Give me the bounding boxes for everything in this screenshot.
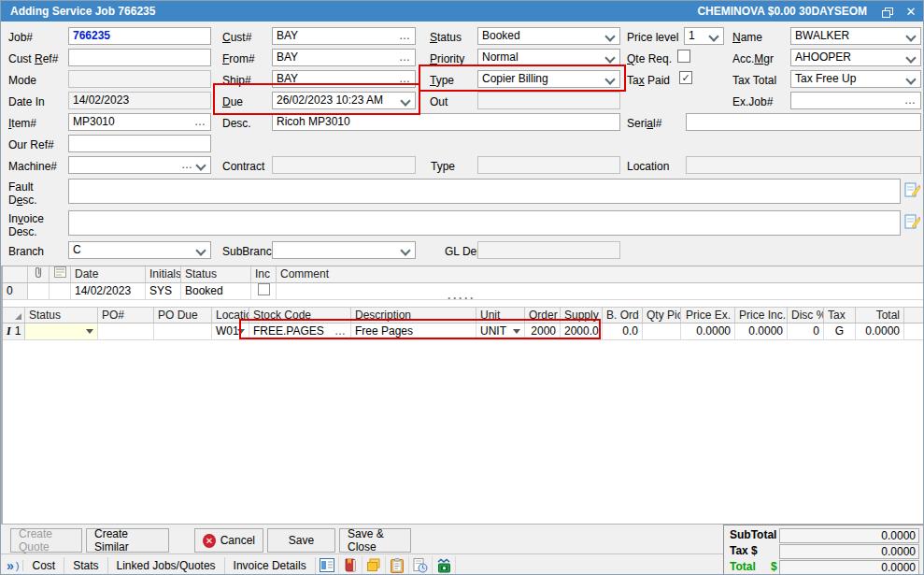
restore-window-button[interactable]	[874, 1, 899, 22]
items-col-po[interactable]: PO#	[98, 308, 154, 323]
branch-select[interactable]: C	[68, 241, 211, 259]
acc-mgr-select[interactable]: AHOOPER	[790, 49, 921, 66]
history-col-initials[interactable]: Initials	[146, 266, 181, 283]
cust-field[interactable]: BAY…	[272, 27, 416, 45]
history-icon[interactable]	[409, 556, 433, 575]
stock-code-lookup-icon[interactable]: …	[334, 323, 347, 338]
tab-grip-icon[interactable]: )	[16, 560, 24, 571]
our-ref-field[interactable]	[68, 135, 211, 152]
history-inc-cell[interactable]	[251, 283, 277, 300]
history-col-status[interactable]: Status	[181, 266, 251, 283]
items-col-supply[interactable]: Supply	[561, 308, 603, 323]
history-comment-cell[interactable]	[277, 283, 924, 300]
item-qty-pick-cell[interactable]	[643, 323, 681, 340]
item-stock-code-cell[interactable]: FREE.PAGES…	[249, 323, 351, 340]
job-number-field[interactable]: 766235	[68, 27, 211, 45]
item-location-cell[interactable]: W01	[212, 323, 249, 340]
item-lookup-icon[interactable]: …	[194, 114, 206, 130]
save-close-button[interactable]: Save & Close	[339, 528, 411, 553]
clipboard-icon[interactable]	[386, 556, 409, 575]
price-level-select[interactable]: 1	[684, 27, 724, 45]
serial-field[interactable]	[686, 113, 921, 131]
desc-field[interactable]: Ricoh MP3010	[272, 113, 620, 131]
items-col-unit[interactable]: Unit	[476, 308, 525, 323]
due-select[interactable]: 26/02/2023 10:23 AM	[272, 92, 416, 109]
splitter-handle[interactable]: ·····	[448, 292, 476, 305]
machine-field[interactable]: …	[68, 156, 211, 174]
items-col-price-inc[interactable]: Price Inc.	[735, 308, 788, 323]
name-select[interactable]: BWALKER	[790, 27, 921, 45]
tab-linked-jobs-quotes[interactable]: Linked Jobs/Quotes	[108, 557, 225, 574]
create-similar-button[interactable]: Create Similar	[86, 528, 169, 553]
history-col-date[interactable]: Date	[71, 266, 146, 283]
history-status-cell[interactable]: Booked	[181, 283, 251, 300]
machine-dropdown-icon[interactable]	[195, 160, 206, 170]
invoice-desc-textarea[interactable]	[68, 210, 901, 236]
items-col-location[interactable]: Location	[212, 308, 249, 323]
from-lookup-icon[interactable]: …	[399, 50, 411, 65]
item-po-due-cell[interactable]	[154, 323, 212, 340]
select-all-corner[interactable]	[3, 308, 25, 323]
items-col-tax[interactable]: Tax	[824, 308, 856, 323]
history-initials-cell[interactable]: SYS	[146, 283, 181, 300]
item-unit-cell[interactable]: UNIT	[476, 323, 525, 340]
item-disc-cell[interactable]: 0	[788, 323, 824, 340]
items-col-qty-pick[interactable]: Qty Pick	[643, 308, 681, 323]
priority-select[interactable]: Normal	[477, 49, 620, 66]
history-col-comment[interactable]: Comment	[277, 266, 924, 283]
save-button[interactable]: Save	[267, 528, 335, 553]
items-col-b-ord[interactable]: B. Ord	[603, 308, 643, 323]
report-icon[interactable]	[316, 556, 339, 575]
ex-job-lookup-icon[interactable]: …	[904, 93, 917, 108]
status-select[interactable]: Booked	[477, 27, 620, 45]
item-field[interactable]: MP3010…	[68, 113, 211, 131]
item-order-cell[interactable]: 2000	[525, 323, 561, 340]
cust-lookup-icon[interactable]: …	[399, 28, 411, 44]
tax-paid-checkbox[interactable]: ✓	[679, 71, 692, 84]
from-field[interactable]: BAY…	[272, 49, 416, 66]
item-b-ord-cell[interactable]: 0.0	[603, 323, 643, 340]
fault-desc-textarea[interactable]	[68, 179, 901, 204]
tab-invoice-details[interactable]: Invoice Details	[225, 557, 316, 574]
item-description-cell[interactable]: Free Pages	[351, 323, 476, 340]
items-col-stock-code[interactable]: Stock Code	[249, 308, 351, 323]
ship-field[interactable]: BAY…	[272, 70, 416, 88]
items-col-price-ex[interactable]: Price Ex.	[681, 308, 735, 323]
items-col-description[interactable]: Description	[351, 308, 476, 323]
items-col-po-due[interactable]: PO Due	[154, 308, 212, 323]
item-total-cell[interactable]: 0.0000	[856, 323, 904, 340]
cash-register-icon[interactable]	[433, 556, 456, 575]
item-status-cell[interactable]	[25, 323, 98, 340]
type-select[interactable]: Copier Billing	[477, 70, 620, 88]
item-po-cell[interactable]	[98, 323, 154, 340]
tax-total-select[interactable]: Tax Free Up	[790, 70, 921, 88]
item-supply-cell[interactable]: 2000.0	[561, 323, 603, 340]
items-col-order[interactable]: Order	[525, 308, 561, 323]
items-col-disc[interactable]: Disc %	[788, 308, 824, 323]
cust-ref-field[interactable]	[68, 49, 211, 66]
inc-checkbox[interactable]	[258, 283, 270, 295]
invoice-desc-edit-icon[interactable]	[904, 214, 920, 233]
item-price-inc-cell[interactable]: 0.0000	[735, 323, 788, 340]
tab-stats[interactable]: Stats	[64, 557, 107, 574]
machine-lookup-icon[interactable]: …	[181, 157, 193, 173]
qte-req-checkbox[interactable]	[677, 50, 690, 63]
item-tax-cell[interactable]: G	[824, 323, 856, 340]
create-quote-button[interactable]: Create Quote	[10, 528, 82, 553]
cancel-button[interactable]: ✕Cancel	[194, 528, 263, 553]
history-date-cell[interactable]: 14/02/2023	[71, 283, 146, 300]
item-price-ex-cell[interactable]: 0.0000	[681, 323, 735, 340]
close-button[interactable]: ✕	[899, 1, 923, 22]
history-col-inc[interactable]: Inc	[251, 266, 277, 283]
items-col-status[interactable]: Status	[25, 308, 98, 323]
ship-lookup-icon[interactable]: …	[399, 71, 411, 87]
copy-documents-icon[interactable]	[362, 556, 386, 575]
items-col-total[interactable]: Total	[856, 308, 904, 323]
subbranch-select[interactable]	[272, 241, 416, 259]
expand-tabs-icon[interactable]: »	[1, 558, 16, 573]
tab-cost[interactable]: Cost	[23, 557, 64, 574]
items-row[interactable]: I1 W01 FREE.PAGES… Free Pages UNIT 2000 …	[3, 323, 924, 340]
fault-desc-edit-icon[interactable]	[904, 182, 920, 201]
ex-job-field[interactable]: …	[790, 92, 921, 109]
book-icon[interactable]	[339, 556, 362, 575]
